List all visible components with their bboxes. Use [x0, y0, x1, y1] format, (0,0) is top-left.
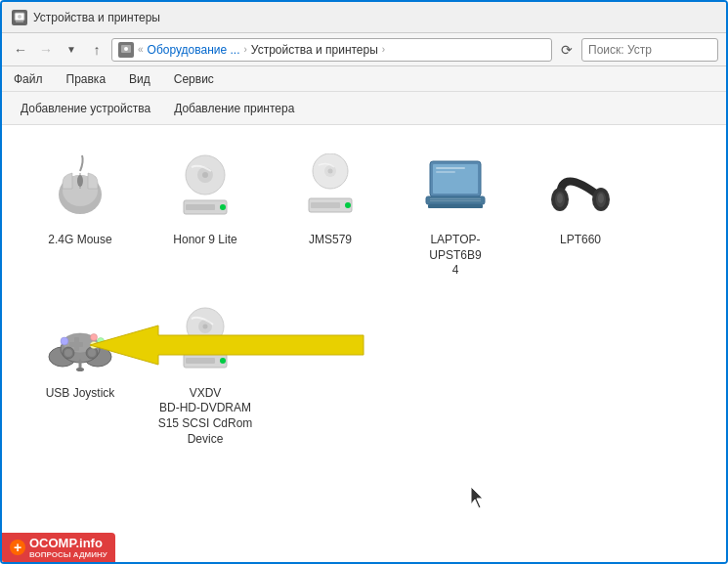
device-vxdv[interactable]: VXDV BD-HD-DVDRAM S15 SCSI CdRom Device — [147, 294, 264, 455]
watermark-subtitle: ВОПРОСЫ АДМИНУ — [29, 550, 107, 559]
device-grid: 2.4G Mouse — [21, 141, 707, 455]
vxdv-label: VXDV BD-HD-DVDRAM S15 SCSI CdRom Device — [158, 386, 253, 447]
window-icon — [12, 10, 27, 25]
laptop-label: LAPTOP-UPST6B9 4 — [405, 233, 506, 279]
svg-point-53 — [203, 324, 208, 328]
add-printer-button[interactable]: Добавление принтера — [163, 96, 305, 121]
svg-point-50 — [76, 368, 84, 371]
svg-rect-55 — [186, 358, 215, 364]
add-device-button[interactable]: Добавление устройства — [10, 96, 161, 121]
svg-point-44 — [91, 333, 98, 340]
svg-point-8 — [77, 175, 83, 187]
breadcrumb-icon — [118, 42, 134, 58]
menu-view[interactable]: Вид — [125, 70, 154, 88]
device-honor9lite[interactable]: Honor 9 Lite — [147, 141, 264, 256]
refresh-button[interactable]: ⟳ — [556, 39, 578, 61]
svg-point-43 — [61, 337, 68, 345]
svg-rect-19 — [311, 202, 340, 208]
menu-edit[interactable]: Правка — [63, 70, 110, 88]
main-content: 2.4G Mouse — [2, 125, 726, 562]
breadcrumb-sep1: « — [138, 44, 144, 55]
dropdown-button[interactable]: ▼ — [61, 39, 82, 61]
svg-point-42 — [88, 349, 96, 357]
lpt660-label: LPT660 — [560, 233, 601, 248]
svg-point-2 — [18, 15, 21, 19]
window-title: Устройства и принтеры — [33, 11, 160, 24]
svg-point-14 — [220, 204, 226, 210]
svg-point-46 — [91, 341, 98, 348]
joystick-label: USB Joystick — [46, 386, 115, 402]
svg-rect-26 — [428, 204, 483, 208]
address-bar: ← → ▼ ↑ « Оборудование ... › Устройства … — [2, 33, 726, 66]
vxdv-icon — [166, 302, 244, 380]
forward-button[interactable]: → — [35, 39, 57, 61]
watermark-site: OCOMP.info — [29, 536, 107, 550]
svg-rect-27 — [430, 198, 481, 199]
svg-point-17 — [328, 169, 333, 174]
search-input[interactable] — [581, 38, 718, 62]
svg-rect-48 — [69, 342, 83, 347]
device-joystick[interactable]: USB Joystick — [21, 294, 139, 410]
jms579-label: JMS579 — [309, 233, 352, 248]
svg-point-40 — [64, 349, 72, 357]
joystick-icon — [41, 302, 119, 380]
device-jms579[interactable]: JMS579 — [272, 141, 389, 256]
svg-rect-28 — [430, 200, 481, 201]
svg-point-4 — [124, 47, 128, 51]
svg-rect-23 — [436, 167, 465, 169]
device-laptop[interactable]: LAPTOP-UPST6B9 4 — [397, 141, 514, 286]
breadcrumb-sep3: › — [382, 44, 385, 55]
breadcrumb-part1[interactable]: Оборудование ... — [148, 43, 240, 57]
svg-point-34 — [598, 194, 604, 203]
cursor — [471, 487, 487, 513]
device-lpt660[interactable]: LPT660 — [522, 141, 639, 256]
title-bar: Устройства и принтеры — [2, 2, 726, 33]
breadcrumb: « Оборудование ... › Устройства и принте… — [111, 38, 552, 62]
device-mouse[interactable]: 2.4G Mouse — [21, 141, 139, 256]
menu-service[interactable]: Сервис — [170, 70, 218, 88]
honor9lite-icon — [166, 149, 244, 227]
svg-point-56 — [220, 358, 226, 364]
toolbar: Добавление устройства Добавление принтер… — [2, 92, 726, 125]
svg-rect-1 — [16, 21, 23, 22]
svg-point-20 — [345, 202, 351, 208]
window-frame: Устройства и принтеры ← → ▼ ↑ « Оборудов… — [0, 0, 728, 564]
back-button[interactable]: ← — [10, 39, 31, 61]
watermark-plus-icon: + — [10, 540, 25, 555]
svg-point-11 — [202, 172, 208, 178]
svg-marker-58 — [471, 487, 483, 508]
jms579-icon — [291, 149, 369, 227]
menu-bar: Файл Правка Вид Сервис — [2, 66, 726, 92]
up-button[interactable]: ↑ — [86, 39, 107, 61]
mouse-label: 2.4G Mouse — [48, 233, 111, 248]
menu-file[interactable]: Файл — [10, 70, 47, 88]
svg-point-33 — [557, 194, 563, 203]
lpt660-icon — [541, 149, 620, 227]
svg-point-45 — [98, 337, 105, 344]
laptop-icon — [416, 149, 494, 227]
mouse-icon — [41, 149, 119, 227]
honor9lite-label: Honor 9 Lite — [173, 233, 236, 248]
watermark: + OCOMP.info ВОПРОСЫ АДМИНУ — [2, 533, 115, 562]
svg-rect-13 — [186, 204, 215, 210]
breadcrumb-sep2: › — [244, 44, 247, 55]
breadcrumb-part2: Устройства и принтеры — [251, 43, 378, 57]
svg-rect-24 — [436, 171, 455, 173]
